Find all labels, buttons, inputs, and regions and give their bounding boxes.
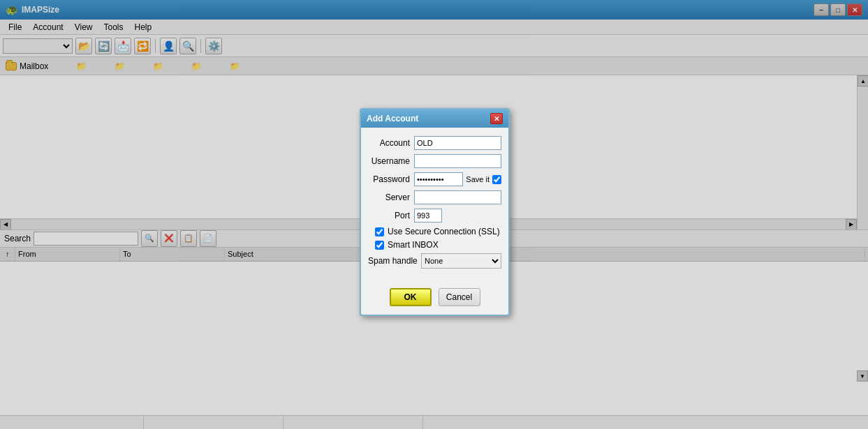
- server-label: Server: [368, 193, 410, 202]
- spam-select[interactable]: None Move to Spam Delete: [421, 253, 501, 269]
- account-input[interactable]: [414, 136, 501, 150]
- dialog-body: Account Username Password Save it Server: [361, 128, 508, 284]
- dialog-title-text: Add Account: [367, 114, 418, 123]
- server-input[interactable]: [414, 190, 501, 204]
- port-label: Port: [368, 211, 410, 220]
- ok-button[interactable]: OK: [390, 288, 432, 306]
- ssl-label: Use Secure Connection (SSL): [388, 227, 500, 236]
- account-row: Account: [368, 136, 501, 150]
- username-input[interactable]: [414, 154, 501, 168]
- password-label: Password: [368, 174, 410, 184]
- account-label: Account: [368, 138, 410, 148]
- smart-inbox-row: Smart INBOX: [375, 240, 501, 250]
- dialog-close-button[interactable]: ✕: [490, 113, 503, 124]
- ssl-row: Use Secure Connection (SSL): [375, 227, 501, 236]
- port-input[interactable]: [414, 209, 442, 223]
- modal-overlay: Add Account ✕ Account Username Password …: [0, 0, 868, 429]
- server-row: Server: [368, 190, 501, 204]
- smart-inbox-label: Smart INBOX: [388, 240, 439, 250]
- save-it-checkbox[interactable]: [492, 175, 501, 184]
- dialog-footer: OK Cancel: [361, 284, 508, 315]
- password-input[interactable]: [414, 172, 463, 186]
- ssl-checkbox[interactable]: [375, 227, 384, 236]
- spam-label: Spam handle: [368, 256, 417, 266]
- dialog-title-bar: Add Account ✕: [361, 110, 508, 128]
- save-it-label: Save it: [466, 175, 490, 183]
- cancel-button[interactable]: Cancel: [439, 288, 480, 306]
- smart-inbox-checkbox[interactable]: [375, 241, 384, 250]
- add-account-dialog: Add Account ✕ Account Username Password …: [360, 108, 510, 316]
- password-group: Save it: [414, 172, 501, 186]
- username-label: Username: [368, 156, 410, 166]
- password-row: Password Save it: [368, 172, 501, 186]
- port-row: Port: [368, 209, 501, 223]
- username-row: Username: [368, 154, 501, 168]
- spam-row: Spam handle None Move to Spam Delete: [368, 253, 501, 269]
